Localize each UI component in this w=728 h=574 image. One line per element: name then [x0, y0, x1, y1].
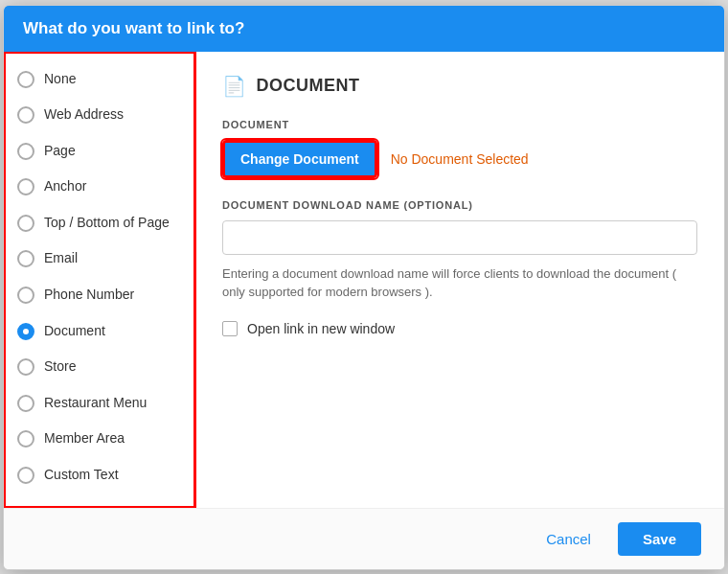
sidebar-label-restaurant-menu: Restaurant Menu — [44, 394, 147, 413]
sidebar-item-web-address[interactable]: Web Address — [4, 97, 194, 133]
sidebar-label-top-bottom: Top / Bottom of Page — [44, 214, 170, 233]
sidebar-item-member-area[interactable]: Member Area — [4, 421, 194, 457]
document-icon: 📄 — [222, 75, 247, 98]
sidebar-label-document: Document — [44, 322, 105, 341]
radio-member-area — [17, 430, 34, 448]
radio-web-address — [17, 106, 34, 124]
radio-document — [17, 323, 34, 340]
radio-anchor — [17, 178, 34, 195]
dialog: What do you want to link to? NoneWeb Add… — [3, 5, 725, 570]
sidebar-item-none[interactable]: None — [4, 61, 194, 98]
sidebar-label-member-area: Member Area — [44, 429, 125, 448]
sidebar-label-page: Page — [44, 142, 76, 161]
section-title-text: DOCUMENT — [257, 76, 360, 96]
download-name-input[interactable] — [222, 220, 697, 255]
radio-restaurant-menu — [17, 395, 34, 412]
dialog-footer: Cancel Save — [4, 508, 724, 569]
save-button[interactable]: Save — [618, 522, 701, 556]
no-document-text: No Document Selected — [391, 151, 529, 167]
helper-text: Entering a document download name will f… — [222, 264, 697, 302]
sidebar-label-web-address: Web Address — [44, 105, 124, 125]
sidebar-item-top-bottom[interactable]: Top / Bottom of Page — [4, 205, 194, 241]
dialog-body: NoneWeb AddressPageAnchorTop / Bottom of… — [4, 52, 724, 508]
document-field-label: DOCUMENT — [222, 119, 697, 130]
dialog-title: What do you want to link to? — [23, 19, 244, 37]
sidebar-item-custom-text[interactable]: Custom Text — [4, 457, 194, 494]
dialog-header: What do you want to link to? — [4, 6, 724, 52]
sidebar-label-none: None — [44, 70, 76, 89]
radio-custom-text — [17, 467, 34, 484]
sidebar-item-anchor[interactable]: Anchor — [4, 169, 194, 205]
main-content: 📄 DOCUMENT DOCUMENT Change Document No D… — [195, 52, 724, 508]
radio-page — [17, 143, 34, 160]
sidebar-label-store: Store — [44, 357, 76, 377]
change-document-button[interactable]: Change Document — [222, 140, 377, 178]
sidebar-item-email[interactable]: Email — [4, 241, 194, 277]
sidebar-item-phone-number[interactable]: Phone Number — [4, 277, 194, 313]
sidebar-label-anchor: Anchor — [44, 177, 86, 196]
sidebar-item-page[interactable]: Page — [4, 133, 194, 170]
cancel-button[interactable]: Cancel — [531, 523, 606, 555]
sidebar-item-restaurant-menu[interactable]: Restaurant Menu — [4, 385, 194, 422]
open-new-window-checkbox[interactable] — [222, 321, 238, 336]
section-title-row: 📄 DOCUMENT — [222, 75, 697, 98]
sidebar-label-email: Email — [44, 249, 78, 268]
sidebar-label-phone-number: Phone Number — [44, 286, 134, 305]
radio-top-bottom — [17, 215, 34, 232]
sidebar-item-store[interactable]: Store — [4, 349, 194, 385]
radio-store — [17, 358, 34, 376]
radio-email — [17, 250, 34, 267]
open-new-window-row: Open link in new window — [222, 321, 697, 336]
sidebar: NoneWeb AddressPageAnchorTop / Bottom of… — [4, 52, 195, 508]
radio-phone-number — [17, 287, 34, 304]
change-doc-row: Change Document No Document Selected — [222, 140, 697, 178]
sidebar-label-custom-text: Custom Text — [44, 466, 119, 485]
sidebar-item-document[interactable]: Document — [4, 313, 194, 350]
radio-none — [17, 71, 34, 88]
download-name-label: DOCUMENT DOWNLOAD NAME (OPTIONAL) — [222, 199, 697, 211]
open-new-window-label: Open link in new window — [247, 321, 395, 336]
